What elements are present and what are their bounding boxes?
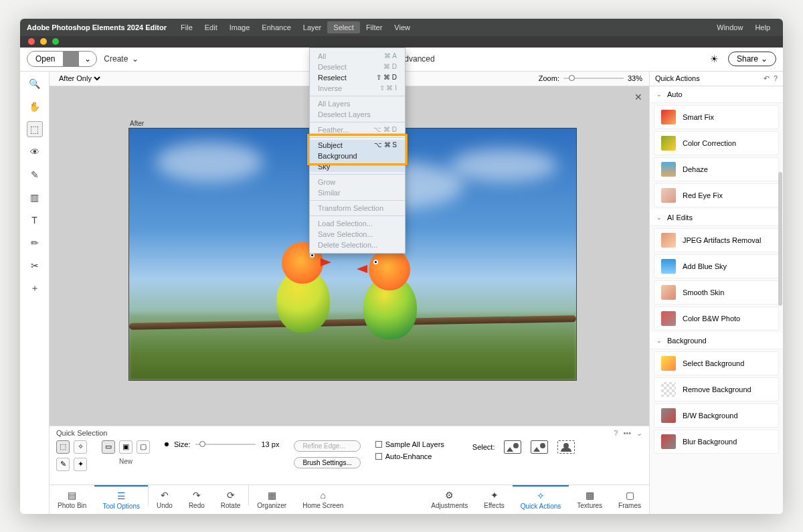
section-auto[interactable]: ⌄Auto (650, 86, 783, 103)
share-button[interactable]: Share ⌄ (728, 52, 776, 66)
select-subject-icon[interactable] (504, 440, 521, 454)
chevron-down-icon[interactable]: ⌄ (79, 52, 96, 66)
quick-action-smooth-skin[interactable]: Smooth Skin (654, 280, 779, 304)
menu-item-reselect[interactable]: Reselect⇧ ⌘ D (310, 72, 405, 83)
bottom-redo[interactable]: ↷Redo (181, 485, 213, 514)
section-ai-edits[interactable]: ⌄AI Edits (650, 209, 783, 226)
quick-action-remove-background[interactable]: Remove Background (654, 377, 779, 402)
more-icon[interactable]: ••• (623, 429, 631, 437)
menu-enhance[interactable]: Enhance (256, 21, 296, 33)
close-icon[interactable]: ✕ (634, 92, 642, 102)
scrollbar[interactable] (778, 172, 782, 306)
quick-selection-tool-icon[interactable]: ⬚ (27, 121, 43, 137)
quick-action-dehaze[interactable]: Dehaze (654, 157, 779, 181)
menu-image[interactable]: Image (224, 21, 256, 33)
quick-action-color-b-w-photo[interactable]: Color B&W Photo (654, 306, 779, 331)
view-mode-select[interactable]: After Only (56, 74, 102, 83)
create-button[interactable]: Create ⌄ (104, 54, 139, 64)
bottom-effects[interactable]: ✦Effects (476, 485, 512, 514)
select-label: Select: (472, 443, 495, 451)
collapse-icon[interactable]: ⌄ (636, 429, 642, 438)
undo-icon[interactable]: ↶ (764, 74, 770, 83)
menu-item-save-selection-: Save Selection... (310, 229, 405, 240)
refine-edge-button[interactable]: Refine Edge... (294, 440, 360, 452)
bottom-home-screen[interactable]: ⌂Home Screen (294, 485, 351, 514)
eyedropper-tool-icon[interactable]: ✏ (27, 235, 43, 251)
chevron-down-icon: ⌄ (132, 54, 139, 64)
mode-add-icon[interactable]: ▣ (119, 440, 132, 454)
menu-layer[interactable]: Layer (297, 21, 328, 33)
zoom-value: 33% (628, 74, 642, 82)
open-button[interactable]: Open ⌄ (27, 51, 97, 67)
tool-options-panel: Quick Selection ? ••• ⌄ ⬚ ✧ ✎ (50, 426, 649, 484)
minimize-window[interactable] (40, 38, 47, 45)
menu-item-grow: Grow (310, 177, 405, 187)
auto-enhance-checkbox[interactable]: Auto-Enhance (375, 452, 444, 460)
selection-new-icon[interactable]: ⬚ (56, 440, 70, 454)
quick-actions-panel: Quick Actions ↶ ? ⌄AutoSmart FixColor Co… (649, 72, 783, 514)
type-tool-icon[interactable]: T (27, 212, 43, 228)
bottom-rotate[interactable]: ⟳Rotate (213, 485, 248, 514)
size-label: Size: (174, 440, 190, 448)
thumbnail-icon (661, 110, 676, 124)
zoom-tool-icon[interactable]: 🔍 (27, 76, 43, 92)
thumbnail-icon (661, 136, 676, 151)
quick-action-b-w-background[interactable]: B/W Background (654, 404, 779, 428)
eye-tool-icon[interactable]: 👁 (27, 144, 43, 160)
quick-action-blur-background[interactable]: Blur Background (654, 430, 779, 454)
bottom-photo-bin[interactable]: ▤Photo Bin (50, 485, 94, 514)
menu-item-deselect-layers: Deselect Layers (310, 109, 405, 120)
bottom-organizer[interactable]: ▦Organizer (249, 485, 294, 514)
brush-settings-button[interactable]: Brush Settings... (294, 457, 360, 468)
selection-intersect-icon[interactable]: ✦ (74, 458, 87, 471)
photo-tool-icon[interactable]: ▥ (27, 189, 43, 205)
section-background[interactable]: ⌄Background (650, 333, 783, 349)
thumbnail-icon (661, 311, 676, 326)
zoom-window[interactable] (52, 38, 59, 45)
bottom-frames[interactable]: ▢Frames (610, 485, 649, 514)
quick-action-add-blue-sky[interactable]: Add Blue Sky (654, 254, 779, 278)
hand-tool-icon[interactable]: ✋ (27, 98, 43, 114)
quick-action-select-background[interactable]: Select Background (654, 351, 779, 375)
bottom-textures[interactable]: ▩Textures (569, 485, 610, 514)
chevron-down-icon: ⌄ (761, 54, 768, 64)
select-background-icon[interactable] (557, 440, 575, 454)
brightness-icon[interactable]: ☀ (710, 54, 719, 64)
quick-action-smart-fix[interactable]: Smart Fix (654, 105, 779, 129)
quick-action-red-eye-fix[interactable]: Red Eye Fix (654, 183, 779, 207)
bottom-quick-actions[interactable]: ✧Quick Actions (513, 485, 569, 514)
panel-title: Quick Actions (655, 74, 700, 82)
menu-view[interactable]: View (388, 21, 416, 33)
selection-add-icon[interactable]: ✧ (74, 440, 87, 454)
bottom-undo[interactable]: ↶Undo (149, 485, 181, 514)
menu-item-subject[interactable]: Subject⌥ ⌘ S (310, 140, 405, 151)
mode-new-icon[interactable]: ▭ (102, 440, 115, 454)
brush-tool-icon[interactable]: ✎ (27, 167, 43, 183)
quick-action-color-correction[interactable]: Color Correction (654, 131, 779, 155)
add-tool-icon[interactable]: ＋ (27, 280, 43, 296)
menu-filter[interactable]: Filter (360, 21, 388, 33)
menu-edit[interactable]: Edit (199, 21, 224, 33)
selection-subtract-icon[interactable]: ✎ (56, 458, 70, 471)
quick-action-jpeg-artifacts-removal[interactable]: JPEG Artifacts Removal (654, 228, 779, 252)
menu-item-background[interactable]: Background (310, 151, 405, 161)
size-slider[interactable] (195, 444, 256, 445)
menu-item-sky[interactable]: Sky (310, 161, 405, 172)
menu-help[interactable]: Help (749, 21, 776, 33)
zoom-slider[interactable] (563, 78, 624, 79)
select-sky-icon[interactable] (531, 440, 548, 454)
bottom-tool-options[interactable]: ☰Tool Options (94, 485, 148, 514)
menu-select[interactable]: Select (327, 21, 360, 33)
help-icon[interactable]: ? (614, 429, 618, 437)
close-window[interactable] (28, 38, 35, 45)
menu-window[interactable]: Window (711, 21, 749, 33)
menu-item-similar: Similar (310, 187, 405, 198)
sample-all-layers-checkbox[interactable]: Sample All Layers (375, 440, 444, 448)
crop-tool-icon[interactable]: ✂ (27, 258, 43, 274)
tool-options-title: Quick Selection (56, 429, 107, 437)
mode-sub-icon[interactable]: ▢ (137, 440, 150, 454)
bottom-adjustments[interactable]: ⚙Adjustments (423, 485, 476, 514)
topbar: Open ⌄ Create ⌄ led Advanced ☀ Share ⌄ A… (20, 48, 783, 72)
help-icon[interactable]: ? (774, 74, 778, 83)
menu-file[interactable]: File (175, 21, 199, 33)
